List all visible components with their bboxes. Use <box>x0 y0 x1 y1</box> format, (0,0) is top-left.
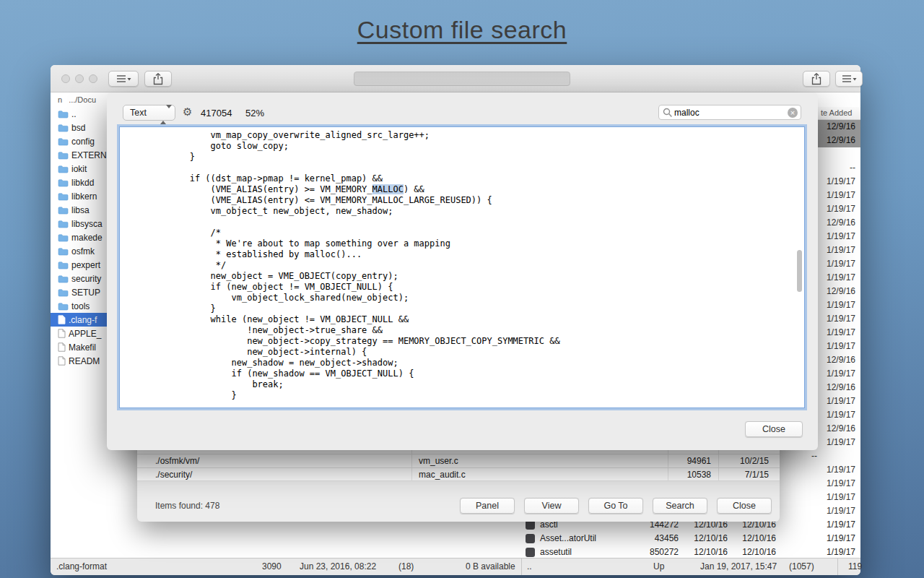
sidebar-item-label: EXTERN <box>71 150 107 160</box>
status-right-date: Jan 19, 2017, 15:47 <box>700 558 777 575</box>
clear-search-icon[interactable]: × <box>788 108 798 118</box>
view-mode-select[interactable]: Text <box>123 105 175 121</box>
gear-icon[interactable]: ⚙ <box>183 105 192 118</box>
date-added-cell: 12/9/16 <box>827 353 855 367</box>
code-line: * We're about to map something over a ma… <box>127 238 804 249</box>
file-row[interactable]: Asset...atorUtil 43456 12/10/16 12/10/16… <box>521 532 860 545</box>
file-added-date: 1/19/17 <box>827 518 855 532</box>
list-view-icon <box>840 73 858 85</box>
panel-button[interactable]: Panel <box>460 498 515 514</box>
minimize-window-button[interactable] <box>75 74 84 83</box>
code-text: * established by malloc()... <box>127 249 362 259</box>
sidebar-item[interactable]: config <box>51 134 113 148</box>
date-added-cell: 12/9/16 <box>827 134 855 147</box>
sidebar-item[interactable]: libkern <box>51 189 113 203</box>
file-row[interactable]: 1/19/17 <box>780 491 860 504</box>
table-row[interactable]: ./osfmk/vm/ vm_user.c 94961 10/2/15 <box>137 454 780 467</box>
view-mode-button-right[interactable] <box>835 71 863 87</box>
sidebar-item[interactable]: libkdd <box>51 176 113 189</box>
code-text: new_shadow = new_object->shadow; <box>127 358 398 368</box>
viewer-search-field[interactable]: × <box>658 105 801 120</box>
code-text: while (new_object != VM_OBJECT_NULL && <box>127 314 409 324</box>
file-row[interactable]: 1/19/17 <box>780 504 860 518</box>
sidebar-item[interactable]: security <box>51 272 113 285</box>
date-added-cell: 12/9/16 <box>827 422 855 436</box>
sidebar-item[interactable]: iokit <box>51 162 113 176</box>
file-row[interactable]: -- <box>780 449 860 463</box>
code-text: ) && <box>404 184 424 194</box>
breadcrumb[interactable]: n.../Docu <box>58 95 96 104</box>
code-line: if (new_shadow == VM_OBJECT_NULL) { <box>127 368 804 379</box>
viewer-close-button[interactable]: Close <box>745 421 803 437</box>
code-text: } <box>127 303 216 314</box>
sidebar-item[interactable]: EXTERN <box>51 148 113 162</box>
sidebar-item-label: READM <box>69 356 100 366</box>
date-added-cell: 1/19/17 <box>827 202 855 216</box>
sidebar-item[interactable]: APPLE_ <box>51 327 113 340</box>
sidebar-item[interactable]: .clang-f <box>51 313 113 327</box>
date-added-cell: 1/19/17 <box>827 504 855 518</box>
status-right-dir: Up <box>653 558 664 575</box>
panel-tab-label: n <box>58 95 62 104</box>
file-viewer-content[interactable]: vm_map_copy_overwrite_aligned_src_large+… <box>119 126 805 408</box>
sidebar-item[interactable]: .. <box>51 107 113 121</box>
code-text: (VME_ALIAS(entry) <= VM_MEMORY_MALLOC_LA… <box>127 195 492 205</box>
file-added-date: 1/19/17 <box>827 532 855 545</box>
share-button[interactable] <box>144 71 172 87</box>
sidebar-item[interactable]: osfmk <box>51 244 113 258</box>
sidebar-item[interactable]: makede <box>51 230 113 244</box>
table-row[interactable]: ./security/ mac_audit.c 10538 7/1/15 <box>137 467 780 481</box>
sidebar-item[interactable]: libsa <box>51 203 113 217</box>
code-line: } <box>127 390 804 401</box>
folder-icon <box>58 178 69 187</box>
close-window-button[interactable] <box>61 74 70 83</box>
file-viewer-dialog: Text ⚙ 417054 52% × vm_map_copy_overwrit… <box>107 92 818 450</box>
code-text: break; <box>127 379 284 389</box>
date-added-cell: 1/19/17 <box>827 243 855 257</box>
view-button[interactable]: View <box>524 498 579 514</box>
share-button-right[interactable] <box>803 71 830 87</box>
executable-icon <box>526 534 535 543</box>
file-modified-date: 12/10/16 <box>694 532 728 545</box>
zoom-window-button[interactable] <box>89 74 97 83</box>
result-date: 10/2/15 <box>740 454 769 467</box>
date-added-cell: 12/9/16 <box>827 285 855 298</box>
search-input[interactable] <box>674 106 783 118</box>
folder-icon <box>58 137 69 146</box>
titlebar[interactable] <box>51 65 860 92</box>
status-divider <box>521 558 522 575</box>
search-button[interactable]: Search <box>653 498 707 514</box>
file-row[interactable]: 1/19/17 <box>780 463 860 477</box>
sidebar-item[interactable]: tools <box>51 299 113 313</box>
code-line: !new_object->true_share && <box>127 325 804 336</box>
goto-button[interactable]: Go To <box>588 498 643 514</box>
code-line: new_object->copy_strategy == MEMORY_OBJE… <box>127 336 804 347</box>
date-added-cell: 1/19/17 <box>827 477 855 491</box>
code-line <box>127 163 804 173</box>
code-line: new_object->internal) { <box>127 347 804 358</box>
sidebar-item[interactable]: Makefil <box>51 340 113 354</box>
folder-icon <box>58 165 69 173</box>
date-added-cell: -- <box>850 161 855 175</box>
sidebar-item[interactable]: READM <box>51 354 113 368</box>
date-added-cell: 1/19/17 <box>827 340 855 353</box>
sidebar-item-label: security <box>71 274 101 284</box>
executable-icon <box>526 548 535 557</box>
sidebar-item[interactable]: libsysca <box>51 217 113 230</box>
status-file-count: (18) <box>398 558 414 575</box>
folder-icon <box>58 275 69 283</box>
sidebar-item[interactable]: pexpert <box>51 258 113 272</box>
page-title: Custom file search <box>0 16 924 44</box>
sidebar-item[interactable]: bsd <box>51 121 113 134</box>
code-line: vm_map_copy_overwrite_aligned_src_large+… <box>127 130 804 141</box>
date-added-cell: 1/19/17 <box>827 230 855 243</box>
sidebar-item[interactable]: SETUP <box>51 285 113 299</box>
file-row[interactable]: 1/19/17 <box>780 477 860 491</box>
file-size-value: 417054 <box>201 108 232 118</box>
code-text: } <box>127 390 237 400</box>
file-size: 43456 <box>655 532 679 545</box>
scrollbar-thumb[interactable] <box>797 250 802 292</box>
close-button[interactable]: Close <box>717 498 772 514</box>
list-view-icon <box>115 73 132 85</box>
view-mode-button[interactable] <box>108 71 139 87</box>
